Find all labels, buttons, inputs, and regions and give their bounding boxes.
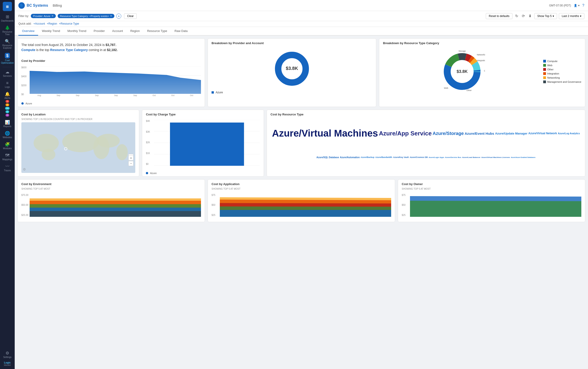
charge-chart-svg (154, 120, 260, 166)
word-update-manager[interactable]: Azure/Update Manager (495, 132, 527, 135)
filter-tag-provider[interactable]: Provider: Azure ✕ (31, 14, 56, 18)
sidebar-divider (3, 67, 12, 67)
tab-monthly-trend[interactable]: Monthly Trend (64, 27, 90, 36)
tab-weekly-trend[interactable]: Weekly Trend (38, 27, 64, 36)
sidebar-item-label: Websites (3, 136, 12, 139)
sidebar-item-modules[interactable]: 🧩 Modules (0, 141, 15, 152)
app-chart-svg (220, 194, 391, 217)
word-storage[interactable]: Azure/Storage (432, 131, 464, 136)
word-backup[interactable]: Azure/Backup (361, 156, 374, 158)
map-zoom-out[interactable]: − (128, 161, 133, 166)
content-area: The total cost from August 25, 2024 to O… (15, 36, 588, 369)
word-logic-apps[interactable]: Azure/Logic Apps (429, 156, 444, 158)
tab-resource-type[interactable]: Resource Type (143, 27, 171, 36)
word-cosmos-db[interactable]: Azure/Cosmos DB (410, 156, 428, 158)
show-top-button[interactable]: Show Top 5 ▾ (534, 13, 557, 19)
alerts-icon: 🔔 (5, 92, 10, 96)
word-virtual-machines[interactable]: Azure/Virtual Machines (272, 128, 378, 139)
svg-text:Networking: Networking (477, 53, 485, 56)
reset-defaults-button[interactable]: Reset to defaults (486, 13, 512, 19)
sidebar-item-services[interactable]: ☁ Services (0, 68, 15, 79)
sidebar-item-dashboards[interactable]: ⊞ Dashboards (0, 13, 15, 24)
date-range-button[interactable]: Last 2 months ▾ (559, 13, 584, 19)
reload-icon[interactable]: ⟳ (521, 13, 526, 19)
environment-subtitle: SHOWING TOP 5 AT MOST (18, 188, 205, 192)
owner-chart-svg (410, 194, 581, 217)
filter-tag-resource-type[interactable]: Resource Type Category: <Property exists… (58, 14, 114, 18)
quick-add-account[interactable]: +Account (33, 22, 45, 25)
tab-region[interactable]: Region (127, 27, 143, 36)
help-icon[interactable]: ? (582, 3, 584, 8)
tab-raw-data[interactable]: Raw Data (171, 27, 191, 36)
word-vm-licenses[interactable]: Azure/Virtual Machines Licenses (481, 156, 510, 158)
filter-tag-resource-type-close[interactable]: ✕ (110, 14, 112, 18)
sidebar-item-cost-optimization[interactable]: $ Cost Optimization (0, 51, 15, 66)
word-event-hubs[interactable]: Azure/Event Hubs (465, 132, 494, 135)
word-azure-enabled-db[interactable]: Azure/Azure Enabled Databases (511, 157, 535, 158)
sidebar-item-websites[interactable]: 🌐 Websites (0, 129, 15, 141)
word-service-bus[interactable]: Azure/Service Bus (445, 156, 461, 158)
legend-compute: Compute (543, 60, 581, 62)
websites-icon: 🌐 (5, 131, 10, 135)
sidebar-item-logs[interactable]: ≡ Logs (0, 79, 15, 90)
sidebar-item-settings[interactable]: ⚙ Settings (0, 349, 15, 360)
word-load-balancer[interactable]: Azure/Load Balancer (462, 156, 480, 158)
sidebar-item-mappings[interactable]: 🗺 Mappings (0, 152, 15, 163)
tab-account[interactable]: Account (108, 27, 127, 36)
owner-y-axis: $75$50$25 (402, 194, 406, 216)
compute-color (543, 60, 546, 62)
timezone: GMT-07:00 (PDT) (549, 4, 571, 7)
quick-add-region[interactable]: +Region (47, 22, 57, 25)
summary-top-item: Compute (21, 48, 35, 52)
header-right: GMT-07:00 (PDT) 👤 ▾ ? (549, 3, 584, 8)
svg-text:Compute: Compute (484, 70, 485, 72)
chevron-down-icon: ▾ (578, 4, 579, 7)
svg-text:Storage: Storage (459, 50, 466, 52)
word-log-analytics[interactable]: Azure/Log Analytics (558, 132, 580, 135)
logs-icon: ≡ (6, 81, 9, 85)
download-icon[interactable]: ⬇ (528, 13, 532, 19)
word-key-vault[interactable]: Azure/Key Vault (393, 156, 409, 158)
tab-provider[interactable]: Provider (90, 27, 108, 36)
summary-top-amount: $2,182. (107, 48, 118, 52)
summary-text-mid: is the top (36, 48, 50, 52)
word-virtual-network[interactable]: Azure/Virtual Network (528, 132, 557, 135)
sidebar-item-traces[interactable]: 〰 Traces (0, 163, 15, 174)
user-menu[interactable]: 👤 ▾ (574, 4, 579, 7)
header-logo-icon: 🔵 (18, 2, 25, 9)
map-zoom-in[interactable]: + (128, 155, 133, 161)
app-name: BC Systems (27, 3, 48, 8)
resource-donut-legend: Compute Web Other Integration Networking… (543, 49, 583, 94)
word-sql-database[interactable]: Azure/SQL Database (316, 156, 339, 159)
word-bandwidth[interactable]: Azure/Bandwidth (375, 156, 392, 158)
filter-clear-button[interactable]: Clear (124, 13, 137, 19)
sidebar-item-alerts[interactable]: 🔔 Alerts 0 8 28 0 0 (0, 90, 15, 118)
svg-text:$3.8K: $3.8K (457, 69, 468, 74)
filter-tag-provider-close[interactable]: ✕ (51, 14, 54, 18)
web-color (543, 64, 546, 67)
show-top-chevron-icon: ▾ (553, 14, 554, 18)
tabs: Overview Weekly Trend Monthly Trend Prov… (15, 27, 588, 36)
summary-text-start: The total cost from August 25, 2024 to O… (21, 43, 106, 47)
map-container: ⤢ + − ⓘ (21, 122, 135, 173)
sidebar-item-resource-explorer[interactable]: 🔍 Resource Explorer (0, 38, 15, 51)
application-chart: $75$50$25 (208, 192, 395, 222)
cost-by-environment-card: Cost by Environment SHOWING TOP 5 AT MOS… (18, 179, 205, 222)
word-app-service[interactable]: Azure/App Service (379, 130, 432, 137)
modules-icon: 🧩 (5, 142, 10, 146)
user-avatar-icon: 👤 (574, 4, 577, 7)
sidebar-item-label: Dashboards (1, 20, 14, 22)
mappings-icon: 🗺 (5, 153, 10, 157)
svg-text:Integration: Integration (477, 59, 485, 62)
quick-add-resource-type[interactable]: +Resource Type (59, 22, 79, 25)
azure-legend-label: Azure (26, 102, 32, 105)
sidebar-item-reports[interactable]: 📊 Reports (0, 118, 15, 129)
cost-by-owner-card: Cost by Owner SHOWING TOP 5 AT MOST $75$… (398, 179, 585, 222)
cost-by-charge-card: Cost by Charge Type $4K$3K$2K$1K$0 (142, 110, 264, 176)
filter-add-button[interactable]: + (116, 14, 121, 19)
sidebar-item-resource-tree[interactable]: 🌲 Resource Tree (0, 24, 15, 38)
refresh-icon[interactable]: ↻ (514, 13, 519, 19)
word-automation[interactable]: Azure/Automation (340, 156, 360, 159)
tab-overview[interactable]: Overview (18, 27, 38, 36)
sidebar-item-label: Reports (3, 125, 11, 128)
